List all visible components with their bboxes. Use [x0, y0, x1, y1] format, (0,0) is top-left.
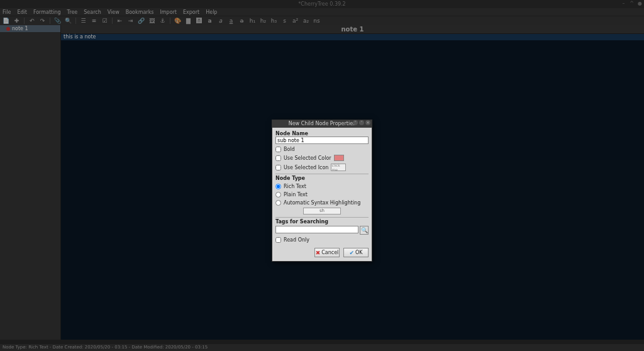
ok-label: OK [355, 250, 363, 255]
bold-label: Bold [284, 147, 295, 152]
cancel-label: Cancel [321, 250, 338, 255]
dialog-title: New Child Node Properties [289, 121, 356, 126]
ok-button[interactable]: ✔ OK [343, 248, 369, 257]
cancel-button[interactable]: ✖ Cancel [314, 248, 340, 257]
auto-syntax-label: Automatic Syntax Highlighting [284, 200, 360, 206]
tags-search-button[interactable]: 🔍 [360, 226, 369, 235]
ok-icon: ✔ [349, 250, 354, 256]
search-icon: 🔍 [361, 227, 368, 233]
color-swatch[interactable] [334, 155, 344, 161]
syntax-lang-select[interactable]: sh [303, 208, 341, 214]
new-child-node-dialog: New Child Node Properties ˅ ˄ ✕ Node Nam… [272, 120, 372, 262]
bold-checkbox[interactable] [275, 147, 281, 152]
auto-syntax-radio[interactable] [275, 200, 281, 206]
dialog-titlebar[interactable]: New Child Node Properties ˅ ˄ ✕ [272, 120, 372, 128]
use-icon-label: Use Selected Icon [284, 165, 328, 170]
tags-input[interactable] [275, 226, 358, 233]
node-type-label: Node Type [275, 176, 369, 181]
use-icon-checkbox[interactable] [275, 165, 281, 170]
readonly-label: Read Only [284, 237, 309, 243]
use-color-checkbox[interactable] [275, 155, 281, 161]
icon-picker-button[interactable]: click me [331, 164, 346, 171]
use-color-label: Use Selected Color [284, 155, 331, 161]
dialog-expand-button[interactable]: ˄ [359, 120, 364, 125]
readonly-checkbox[interactable] [275, 237, 281, 243]
node-name-input[interactable] [275, 136, 369, 144]
tags-label: Tags for Searching [275, 219, 369, 225]
dialog-separator [275, 174, 369, 174]
plain-text-label: Plain Text [284, 192, 308, 198]
rich-text-label: Rich Text [284, 184, 306, 189]
plain-text-radio[interactable] [275, 192, 281, 198]
cancel-icon: ✖ [316, 250, 321, 256]
rich-text-radio[interactable] [275, 184, 281, 189]
dialog-collapse-button[interactable]: ˅ [353, 120, 358, 125]
dialog-close-button[interactable]: ✕ [365, 120, 370, 125]
dialog-separator [275, 217, 369, 218]
node-name-label: Node Name [275, 131, 369, 136]
